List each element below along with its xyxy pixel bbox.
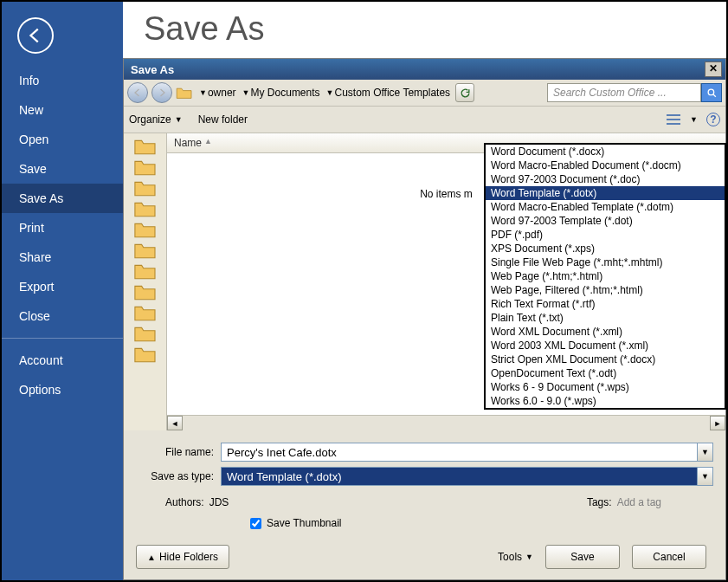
page-title: Save As bbox=[123, 2, 726, 58]
sidebar-item-new[interactable]: New bbox=[2, 95, 123, 125]
breadcrumb-segment[interactable]: ▼ My Documents bbox=[240, 86, 322, 100]
address-bar: ▼ owner▼ My Documents▼ Custom Office Tem… bbox=[124, 80, 725, 107]
saveastype-select[interactable]: Word Template (*.dotx) ▼ bbox=[221, 467, 713, 486]
folder-tree[interactable] bbox=[124, 133, 167, 430]
breadcrumb[interactable]: ▼ owner▼ My Documents▼ Custom Office Tem… bbox=[196, 86, 452, 100]
filetype-option[interactable]: Word XML Document (*.xml) bbox=[486, 325, 725, 339]
sidebar-item-share[interactable]: Share bbox=[2, 242, 123, 272]
sidebar-item-info[interactable]: Info bbox=[2, 66, 123, 95]
tree-folder-icon[interactable] bbox=[124, 158, 166, 177]
view-dropdown-caret[interactable]: ▼ bbox=[690, 115, 698, 124]
organize-menu[interactable]: Organize ▼ bbox=[129, 113, 183, 126]
main-panel: Save As Save As ✕ ▼ owner▼ My Documents▼… bbox=[123, 2, 726, 580]
filetype-option[interactable]: Web Page (*.htm;*.html) bbox=[486, 269, 725, 283]
svg-point-0 bbox=[708, 89, 714, 95]
filetype-option[interactable]: Word 97-2003 Template (*.dot) bbox=[486, 214, 725, 228]
arrow-left-icon bbox=[26, 26, 45, 45]
hide-folders-button[interactable]: ▲Hide Folders bbox=[136, 545, 229, 569]
tree-folder-icon[interactable] bbox=[124, 178, 166, 197]
sidebar-item-print[interactable]: Print bbox=[2, 213, 123, 242]
authors-value[interactable]: JDS bbox=[209, 496, 229, 508]
saveastype-dropdown-list[interactable]: Word Document (*.docx)Word Macro-Enabled… bbox=[484, 143, 726, 410]
filename-dropdown-button[interactable]: ▼ bbox=[698, 443, 713, 462]
search-button[interactable] bbox=[701, 83, 722, 102]
filetype-option[interactable]: OpenDocument Text (*.odt) bbox=[486, 366, 725, 380]
filetype-option[interactable]: Web Page, Filtered (*.htm;*.html) bbox=[486, 283, 725, 297]
tree-folder-icon[interactable] bbox=[124, 199, 166, 218]
dialog-lower-panel: File name: ▼ Save as type: Word Template… bbox=[124, 430, 725, 579]
filename-label: File name: bbox=[136, 446, 214, 458]
filetype-option[interactable]: Plain Text (*.txt) bbox=[486, 311, 725, 325]
sidebar-item-options[interactable]: Options bbox=[2, 375, 123, 404]
filetype-option[interactable]: Word 97-2003 Document (*.doc) bbox=[486, 172, 725, 186]
saveastype-dropdown-button[interactable]: ▼ bbox=[697, 468, 712, 485]
tags-label: Tags: bbox=[587, 496, 612, 508]
breadcrumb-segment[interactable]: ▼ owner bbox=[196, 86, 238, 100]
refresh-button[interactable] bbox=[455, 83, 474, 102]
close-button[interactable]: ✕ bbox=[705, 61, 722, 77]
horizontal-scrollbar[interactable]: ◄ ► bbox=[167, 415, 725, 430]
filetype-option[interactable]: Word Macro-Enabled Template (*.dotm) bbox=[486, 200, 725, 214]
save-thumbnail-label: Save Thumbnail bbox=[267, 517, 342, 529]
backstage-sidebar: InfoNewOpenSaveSave AsPrintShareExportCl… bbox=[2, 2, 123, 580]
filename-input[interactable] bbox=[221, 443, 698, 462]
sidebar-item-open[interactable]: Open bbox=[2, 125, 123, 154]
new-folder-button[interactable]: New folder bbox=[198, 113, 248, 126]
back-button[interactable] bbox=[17, 17, 54, 54]
tools-menu[interactable]: Tools ▼ bbox=[498, 551, 533, 563]
filetype-option[interactable]: Word Document (*.docx) bbox=[486, 145, 725, 158]
view-options-button[interactable] bbox=[666, 112, 681, 127]
filetype-option[interactable]: Word Template (*.dotx) bbox=[486, 186, 725, 200]
filetype-option[interactable]: Rich Text Format (*.rtf) bbox=[486, 297, 725, 311]
tree-folder-icon[interactable] bbox=[124, 303, 166, 322]
help-button[interactable]: ? bbox=[706, 113, 720, 126]
tree-folder-icon[interactable] bbox=[124, 324, 166, 343]
filetype-option[interactable]: Single File Web Page (*.mht;*.mhtml) bbox=[486, 255, 725, 269]
filetype-option[interactable]: Word Macro-Enabled Document (*.docm) bbox=[486, 158, 725, 172]
tree-folder-icon[interactable] bbox=[124, 220, 166, 239]
tree-folder-icon[interactable] bbox=[124, 262, 166, 281]
folder-icon bbox=[176, 86, 193, 100]
tree-folder-icon[interactable] bbox=[124, 345, 166, 364]
authors-label: Authors: bbox=[165, 496, 204, 508]
search-icon bbox=[706, 87, 718, 99]
toolbar: Organize ▼ New folder ▼ ? bbox=[124, 107, 725, 133]
sidebar-separator bbox=[2, 338, 123, 339]
filetype-option[interactable]: PDF (*.pdf) bbox=[486, 228, 725, 242]
sidebar-item-export[interactable]: Export bbox=[2, 272, 123, 301]
filetype-option[interactable]: Works 6.0 - 9.0 (*.wps) bbox=[486, 394, 725, 408]
cancel-button[interactable]: Cancel bbox=[632, 545, 706, 569]
nav-forward-button[interactable] bbox=[151, 82, 172, 103]
breadcrumb-segment[interactable]: ▼ Custom Office Templates bbox=[324, 86, 453, 100]
sidebar-item-close[interactable]: Close bbox=[2, 301, 123, 331]
dialog-title: Save As bbox=[131, 63, 174, 76]
tree-folder-icon[interactable] bbox=[124, 137, 166, 156]
filetype-option[interactable]: Strict Open XML Document (*.docx) bbox=[486, 352, 725, 366]
nav-back-button[interactable] bbox=[127, 82, 148, 103]
svg-rect-2 bbox=[667, 119, 680, 120]
svg-rect-3 bbox=[667, 123, 680, 125]
tree-folder-icon[interactable] bbox=[124, 282, 166, 301]
filetype-option[interactable]: XPS Document (*.xps) bbox=[486, 242, 725, 255]
tags-input[interactable]: Add a tag bbox=[617, 496, 661, 508]
search-input[interactable] bbox=[547, 83, 701, 102]
svg-rect-1 bbox=[667, 114, 680, 116]
refresh-icon bbox=[460, 87, 471, 99]
sidebar-item-save[interactable]: Save bbox=[2, 154, 123, 184]
dialog-titlebar: Save As ✕ bbox=[124, 59, 725, 80]
sidebar-item-account[interactable]: Account bbox=[2, 346, 123, 375]
sidebar-item-save-as[interactable]: Save As bbox=[2, 184, 123, 213]
scroll-right-button[interactable]: ► bbox=[710, 416, 725, 430]
filetype-option[interactable]: Works 6 - 9 Document (*.wps) bbox=[486, 380, 725, 394]
filetype-option[interactable]: Word 2003 XML Document (*.xml) bbox=[486, 339, 725, 352]
tree-folder-icon[interactable] bbox=[124, 241, 166, 260]
saveastype-label: Save as type: bbox=[136, 470, 214, 482]
save-button[interactable]: Save bbox=[545, 545, 620, 569]
scroll-left-button[interactable]: ◄ bbox=[167, 416, 183, 430]
save-thumbnail-checkbox[interactable] bbox=[250, 518, 261, 529]
